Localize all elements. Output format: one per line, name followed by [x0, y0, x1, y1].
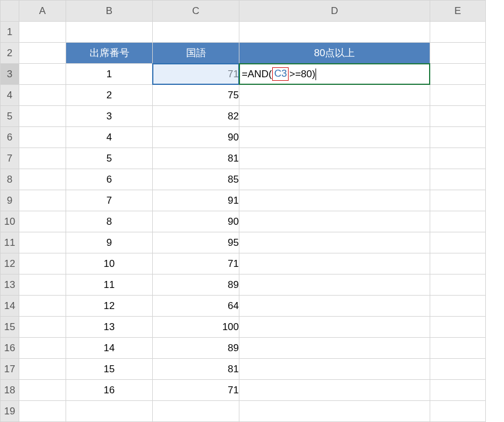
- row-header-6[interactable]: 6: [1, 127, 19, 148]
- col-header-A[interactable]: A: [19, 1, 66, 22]
- cell-D18[interactable]: [239, 380, 430, 401]
- cell-C15[interactable]: 100: [153, 317, 239, 338]
- row-header-8[interactable]: 8: [1, 169, 19, 190]
- cell-D10[interactable]: [239, 211, 430, 232]
- cell-A3[interactable]: [19, 64, 66, 85]
- cell-A1[interactable]: [19, 22, 66, 43]
- cell-A10[interactable]: [19, 211, 66, 232]
- row-header-2[interactable]: 2: [1, 43, 19, 64]
- cell-C13[interactable]: 89: [153, 275, 239, 296]
- cell-D15[interactable]: [239, 317, 430, 338]
- cell-C8[interactable]: 85: [153, 169, 239, 190]
- cell-E2[interactable]: [430, 43, 486, 64]
- cell-A14[interactable]: [19, 296, 66, 317]
- cell-B14[interactable]: 12: [66, 296, 153, 317]
- cell-D8[interactable]: [239, 169, 430, 190]
- cell-A7[interactable]: [19, 148, 66, 169]
- cell-B4[interactable]: 2: [66, 85, 153, 106]
- cell-B8[interactable]: 6: [66, 169, 153, 190]
- cell-C5[interactable]: 82: [153, 106, 239, 127]
- cell-E3[interactable]: [430, 64, 486, 85]
- cell-A2[interactable]: [19, 43, 66, 64]
- row-header-9[interactable]: 9: [1, 190, 19, 211]
- cell-C1[interactable]: [153, 22, 239, 43]
- col-header-E[interactable]: E: [430, 1, 486, 22]
- cell-B17[interactable]: 15: [66, 359, 153, 380]
- cell-C4[interactable]: 75: [153, 85, 239, 106]
- cell-B12[interactable]: 10: [66, 253, 153, 275]
- row-header-19[interactable]: 19: [1, 401, 19, 422]
- cell-C14[interactable]: 64: [153, 296, 239, 317]
- col-header-D[interactable]: D: [239, 1, 430, 22]
- row-header-10[interactable]: 10: [1, 211, 19, 232]
- cell-E1[interactable]: [430, 22, 486, 43]
- cell-D3[interactable]: =AND(C3>=80): [239, 64, 430, 85]
- cell-C11[interactable]: 95: [153, 232, 239, 253]
- cell-B7[interactable]: 5: [66, 148, 153, 169]
- cell-A6[interactable]: [19, 127, 66, 148]
- row-header-3[interactable]: 3: [1, 64, 19, 85]
- cell-B5[interactable]: 3: [66, 106, 153, 127]
- cell-C12[interactable]: 71: [153, 253, 239, 275]
- row-header-1[interactable]: 1: [1, 22, 19, 43]
- cell-C3[interactable]: 71: [153, 64, 239, 85]
- row-header-12[interactable]: 12: [1, 253, 19, 275]
- cell-B10[interactable]: 8: [66, 211, 153, 232]
- cell-C6[interactable]: 90: [153, 127, 239, 148]
- cell-E5[interactable]: [430, 106, 486, 127]
- cell-E15[interactable]: [430, 317, 486, 338]
- cell-A5[interactable]: [19, 106, 66, 127]
- cell-E9[interactable]: [430, 190, 486, 211]
- cell-E4[interactable]: [430, 85, 486, 106]
- col-header-B[interactable]: B: [66, 1, 153, 22]
- cell-C2[interactable]: 国語: [153, 43, 239, 64]
- cell-C18[interactable]: 71: [153, 380, 239, 401]
- cell-D5[interactable]: [239, 106, 430, 127]
- cell-E19[interactable]: [430, 401, 486, 422]
- cell-C16[interactable]: 89: [153, 338, 239, 359]
- cell-D16[interactable]: [239, 338, 430, 359]
- select-all-corner[interactable]: [1, 1, 19, 22]
- cell-B3[interactable]: 1: [66, 64, 153, 85]
- cell-A9[interactable]: [19, 190, 66, 211]
- cell-D6[interactable]: [239, 127, 430, 148]
- row-header-7[interactable]: 7: [1, 148, 19, 169]
- row-header-4[interactable]: 4: [1, 85, 19, 106]
- cell-C7[interactable]: 81: [153, 148, 239, 169]
- cell-B11[interactable]: 9: [66, 232, 153, 253]
- cell-A8[interactable]: [19, 169, 66, 190]
- cell-B2[interactable]: 出席番号: [66, 43, 153, 64]
- cell-D1[interactable]: [239, 22, 430, 43]
- spreadsheet-grid[interactable]: A B C D E 1 2 出席番号 国語 80点以上 3 1 71 =AND(…: [0, 0, 486, 422]
- cell-E14[interactable]: [430, 296, 486, 317]
- cell-A4[interactable]: [19, 85, 66, 106]
- cell-A11[interactable]: [19, 232, 66, 253]
- cell-E6[interactable]: [430, 127, 486, 148]
- cell-E13[interactable]: [430, 275, 486, 296]
- cell-C17[interactable]: 81: [153, 359, 239, 380]
- cell-E12[interactable]: [430, 253, 486, 275]
- formula-editor[interactable]: =AND(C3>=80): [239, 63, 430, 85]
- cell-A16[interactable]: [19, 338, 66, 359]
- cell-A17[interactable]: [19, 359, 66, 380]
- cell-D11[interactable]: [239, 232, 430, 253]
- cell-B9[interactable]: 7: [66, 190, 153, 211]
- cell-D19[interactable]: [239, 401, 430, 422]
- row-header-11[interactable]: 11: [1, 232, 19, 253]
- cell-B1[interactable]: [66, 22, 153, 43]
- cell-C19[interactable]: [153, 401, 239, 422]
- cell-D7[interactable]: [239, 148, 430, 169]
- cell-D2[interactable]: 80点以上: [239, 43, 430, 64]
- cell-B19[interactable]: [66, 401, 153, 422]
- cell-E8[interactable]: [430, 169, 486, 190]
- row-header-16[interactable]: 16: [1, 338, 19, 359]
- cell-B15[interactable]: 13: [66, 317, 153, 338]
- cell-E17[interactable]: [430, 359, 486, 380]
- row-header-17[interactable]: 17: [1, 359, 19, 380]
- cell-E10[interactable]: [430, 211, 486, 232]
- cell-D4[interactable]: [239, 85, 430, 106]
- cell-B16[interactable]: 14: [66, 338, 153, 359]
- cell-A12[interactable]: [19, 253, 66, 275]
- cell-C10[interactable]: 90: [153, 211, 239, 232]
- row-header-15[interactable]: 15: [1, 317, 19, 338]
